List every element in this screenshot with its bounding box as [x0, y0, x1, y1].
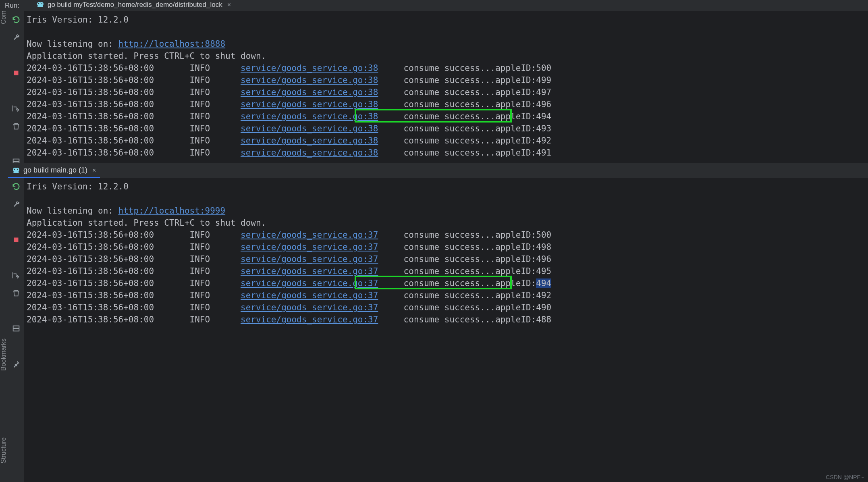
console-line: 2024-03-16T15:38:56+08:00 INFO service/g…	[24, 110, 868, 123]
source-link[interactable]: service/goods_service.go:38	[241, 136, 378, 145]
svg-point-2	[38, 3, 39, 4]
svg-rect-19	[13, 329, 19, 331]
pin-button[interactable]	[11, 359, 21, 369]
console-line: 2024-03-16T15:38:56+08:00 INFO service/g…	[24, 289, 868, 301]
console-line: 2024-03-16T15:38:56+08:00 INFO service/g…	[24, 265, 868, 277]
rerun-button[interactable]	[11, 15, 21, 25]
source-link[interactable]: service/goods_service.go:38	[241, 148, 378, 158]
run-tabbar-2: go build main.go (1) ×	[8, 163, 868, 178]
console-line: 2024-03-16T15:38:56+08:00 INFO service/g…	[24, 277, 868, 289]
svg-rect-18	[13, 326, 19, 328]
step-button[interactable]	[11, 270, 21, 280]
svg-rect-15	[13, 171, 19, 173]
wrench-button[interactable]	[11, 199, 21, 210]
console-line: Application started. Press CTRL+C to shu…	[24, 50, 868, 62]
run-gutter-2	[8, 178, 24, 482]
close-icon[interactable]: ×	[92, 167, 96, 174]
wrench-button[interactable]	[11, 32, 21, 43]
console-line: 2024-03-16T15:38:56+08:00 INFO service/g…	[24, 123, 868, 135]
stop-button[interactable]	[11, 235, 21, 245]
source-link[interactable]: service/goods_service.go:37	[241, 315, 378, 324]
listen-url[interactable]: http://localhost:9999	[118, 206, 226, 216]
layout-button[interactable]	[11, 323, 21, 334]
svg-rect-7	[14, 71, 19, 75]
console-line: 2024-03-16T15:38:56+08:00 INFO service/g…	[24, 86, 868, 98]
svg-point-12	[15, 168, 19, 172]
console-line: 2024-03-16T15:38:56+08:00 INFO service/g…	[24, 62, 868, 74]
console-line	[24, 26, 868, 38]
blank-button	[11, 50, 21, 60]
source-link[interactable]: service/goods_service.go:38	[241, 63, 378, 73]
svg-point-1	[39, 2, 44, 6]
source-link[interactable]: service/goods_service.go:38	[241, 75, 378, 85]
go-file-icon	[36, 1, 44, 9]
blank-button	[11, 252, 21, 263]
svg-point-13	[14, 168, 15, 169]
console-line: 2024-03-16T15:38:56+08:00 INFO service/g…	[24, 147, 868, 159]
console-line: 2024-03-16T15:38:56+08:00 INFO service/g…	[24, 229, 868, 241]
source-link[interactable]: service/goods_service.go:38	[241, 112, 378, 121]
source-link[interactable]: service/goods_service.go:37	[241, 242, 378, 252]
source-link[interactable]: service/goods_service.go:37	[241, 230, 378, 240]
source-link[interactable]: service/goods_service.go:37	[241, 303, 378, 312]
console-line: 2024-03-16T15:38:56+08:00 INFO service/g…	[24, 98, 868, 110]
console-line: 2024-03-16T15:38:56+08:00 INFO service/g…	[24, 74, 868, 86]
trash-button[interactable]	[11, 288, 21, 298]
close-icon[interactable]: ×	[227, 1, 231, 8]
console-line: Now listening on: http://localhost:9999	[24, 205, 868, 217]
trash-button[interactable]	[11, 121, 21, 131]
blank-button	[11, 85, 21, 96]
run-toolbar: Run: go build myTest/demo_home/redis_dem…	[0, 0, 868, 11]
watermark: CSDN @NPE~	[826, 474, 864, 480]
console-line: Iris Version: 12.2.0	[24, 14, 868, 26]
source-link[interactable]: service/goods_service.go:38	[241, 124, 378, 133]
stop-button[interactable]	[11, 68, 21, 78]
console-line: Iris Version: 12.2.0	[24, 181, 868, 193]
step-button[interactable]	[11, 103, 21, 114]
source-link[interactable]: service/goods_service.go:37	[241, 278, 378, 288]
run-config-tab-2[interactable]: go build main.go (1) ×	[8, 164, 100, 179]
svg-rect-9	[13, 159, 19, 162]
svg-point-14	[17, 168, 18, 169]
console-line: Now listening on: http://localhost:8888	[24, 38, 868, 50]
console-line: 2024-03-16T15:38:56+08:00 INFO service/g…	[24, 135, 868, 147]
go-file-icon	[12, 166, 20, 175]
console-line: 2024-03-16T15:38:56+08:00 INFO service/g…	[24, 241, 868, 253]
toolwindow-commit[interactable]: Com	[0, 0, 8, 24]
console-line: 2024-03-16T15:38:56+08:00 INFO service/g…	[24, 301, 868, 314]
toolwindow-bookmarks[interactable]: Bookmarks	[0, 314, 8, 371]
console-line: 2024-03-16T15:38:56+08:00 INFO service/g…	[24, 314, 868, 326]
run-config-tab-2-label: go build main.go (1)	[23, 166, 87, 175]
listen-url[interactable]: http://localhost:8888	[118, 39, 226, 49]
source-link[interactable]: service/goods_service.go:37	[241, 254, 378, 264]
blank-button	[11, 139, 21, 149]
source-link[interactable]: service/goods_service.go:38	[241, 87, 378, 97]
source-link[interactable]: service/goods_service.go:37	[241, 266, 378, 276]
svg-point-3	[42, 3, 42, 4]
svg-rect-16	[14, 238, 19, 242]
toolwindow-structure[interactable]: Structure	[0, 419, 8, 463]
run-config-tab-label: go build myTest/demo_home/redis_demo/dis…	[48, 1, 222, 9]
blank-button	[11, 341, 21, 351]
blank-button	[11, 305, 21, 316]
run-panel-2: Iris Version: 12.2.0 Now listening on: h…	[8, 178, 868, 482]
source-link[interactable]: service/goods_service.go:38	[241, 100, 378, 109]
console-line	[24, 193, 868, 205]
rerun-button[interactable]	[11, 181, 21, 192]
console-output-2[interactable]: Iris Version: 12.2.0 Now listening on: h…	[24, 178, 868, 482]
source-link[interactable]: service/goods_service.go:37	[241, 291, 378, 300]
console-line: 2024-03-16T15:38:56+08:00 INFO service/g…	[24, 253, 868, 265]
console-line: Application started. Press CTRL+C to shu…	[24, 217, 868, 229]
svg-rect-4	[37, 6, 43, 7]
blank-button	[11, 217, 21, 227]
